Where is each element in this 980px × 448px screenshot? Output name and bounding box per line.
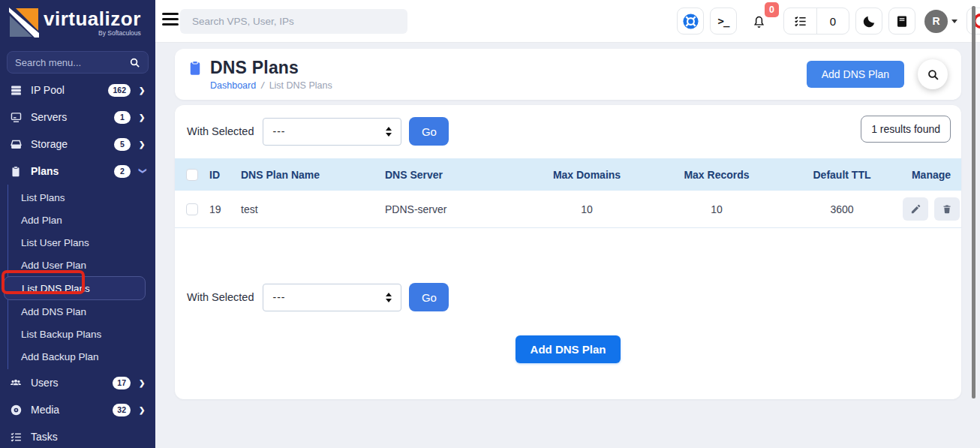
submenu-item-list-dns-plans[interactable]: List DNS Plans [4,276,146,300]
brand-logo[interactable]: virtualizor By Softaculous [0,0,155,44]
dns-plans-card: With Selected --- Go 1 results found ID … [175,105,961,399]
submenu-item-list-plans[interactable]: List Plans [8,186,155,209]
with-selected-label: With Selected [187,125,254,137]
submenu-item-add-plan[interactable]: Add Plan [8,209,155,231]
chevron-right-icon: ❯ [139,113,146,122]
col-header-records: Max Records [651,169,783,181]
chevron-right-icon: ❯ [139,140,146,149]
count-badge: 2 [114,165,131,178]
sidebar-item-ip-pool[interactable]: IP Pool 162 ❯ [0,77,155,104]
count-badge: 162 [108,84,131,97]
main-content: DNS Plans Dashboard / List DNS Plans Add… [155,43,980,448]
bulk-action-select[interactable]: --- [263,284,401,311]
submenu-item-add-dns-plan[interactable]: Add DNS Plan [8,300,155,323]
notification-badge: 0 [765,2,779,17]
row-checkbox[interactable] [186,203,198,215]
vertical-scrollbar[interactable] [972,6,975,398]
submenu-item-add-user-plan[interactable]: Add User Plan [8,254,155,276]
plans-submenu: List Plans Add Plan List User Plans Add … [8,185,155,369]
submenu-label: Add DNS Plan [21,306,86,317]
sidebar-item-tasks[interactable]: Tasks [0,423,155,448]
avatar: R [924,10,948,33]
bulk-action-select[interactable]: --- [263,118,401,146]
edit-button[interactable] [903,197,928,221]
sidebar-item-label: Media [31,404,104,416]
checklist-icon [784,8,816,34]
select-arrows-icon [386,293,392,302]
submenu-label: Add User Plan [21,260,86,271]
plans-icon [9,164,23,178]
moon-icon [862,14,876,29]
life-ring-icon [682,13,699,30]
tasks-counter-button[interactable]: 0 [783,8,849,35]
ip-pool-icon [9,83,23,97]
sidebar-item-label: Tasks [31,431,146,443]
submenu-item-add-backup-plan[interactable]: Add Backup Plan [8,345,155,368]
delete-button[interactable] [934,197,960,221]
submenu-label: Add Plan [21,215,62,226]
clipboard-icon [187,59,203,77]
cell-records: 10 [651,203,783,215]
docs-button[interactable] [888,8,915,35]
col-header-manage: Manage [901,169,961,181]
virtualizor-logo-icon [9,8,39,38]
sidebar: virtualizor By Softaculous Search menu..… [0,0,155,448]
book-icon [895,14,909,29]
tasks-count: 0 [816,8,849,34]
sidebar-item-label: Users [31,377,104,389]
table-header-row: ID DNS Plan Name DNS Server Max Domains … [175,158,961,191]
terminal-icon: >_ [718,15,729,27]
sidebar-item-plans[interactable]: Plans 2 ❯ [0,158,155,185]
cell-name: test [236,203,380,215]
add-dns-plan-button[interactable]: Add DNS Plan [807,61,904,88]
topbar: >_ 0 0 R [155,0,980,43]
sidebar-item-users[interactable]: Users 17 ❯ [0,369,155,396]
select-all-checkbox[interactable] [186,169,198,181]
col-header-name: DNS Plan Name [236,169,380,181]
table-row: 19 test PDNS-server 10 10 3600 [175,191,961,228]
count-badge: 17 [113,377,131,389]
sidebar-item-media[interactable]: Media 32 ❯ [0,396,155,423]
hamburger-menu-icon[interactable] [162,13,179,26]
select-value: --- [272,291,386,303]
chevron-down-icon: ❯ [139,167,147,175]
breadcrumb-dashboard-link[interactable]: Dashboard [210,80,256,91]
sidebar-search-placeholder: Search menu... [15,57,123,68]
support-button[interactable] [677,8,704,35]
terminal-button[interactable]: >_ [710,8,737,35]
sidebar-item-servers[interactable]: Servers 1 ❯ [0,104,155,131]
search-icon [927,68,939,81]
sidebar-menu-search[interactable]: Search menu... [7,51,149,74]
submenu-label: List User Plans [21,237,89,248]
submenu-label: List DNS Plans [22,283,90,294]
results-found-badge: 1 results found [861,116,951,143]
cell-server: PDNS-server [380,203,523,215]
go-button[interactable]: Go [409,117,449,146]
add-dns-plan-bottom-button[interactable]: Add DNS Plan [516,335,621,363]
global-search-input[interactable] [180,9,407,34]
table-search-button[interactable] [918,59,948,89]
brand-tagline: By Softaculous [44,30,141,37]
servers-icon [9,110,23,124]
submenu-label: List Plans [21,192,65,203]
cell-ttl: 3600 [783,203,901,215]
page-title: DNS Plans [210,58,299,78]
bell-icon [751,14,767,29]
dark-mode-button[interactable] [855,8,882,35]
user-menu-button[interactable]: R [924,10,957,33]
with-selected-label: With Selected [187,291,254,303]
submenu-label: Add Backup Plan [21,351,99,362]
chevron-right-icon: ❯ [139,86,146,95]
sidebar-item-label: Storage [31,138,106,150]
chevron-right-icon: ❯ [139,379,146,387]
notifications-button[interactable]: 0 [747,8,770,35]
select-arrows-icon [386,127,392,137]
col-header-server: DNS Server [380,169,523,181]
storage-icon [9,137,23,151]
go-button[interactable]: Go [409,283,449,311]
sidebar-item-storage[interactable]: Storage 5 ❯ [0,131,155,158]
sidebar-item-label: Plans [31,165,106,177]
caret-down-icon [951,20,957,23]
submenu-item-list-user-plans[interactable]: List User Plans [8,231,155,254]
submenu-item-list-backup-plans[interactable]: List Backup Plans [8,323,155,345]
